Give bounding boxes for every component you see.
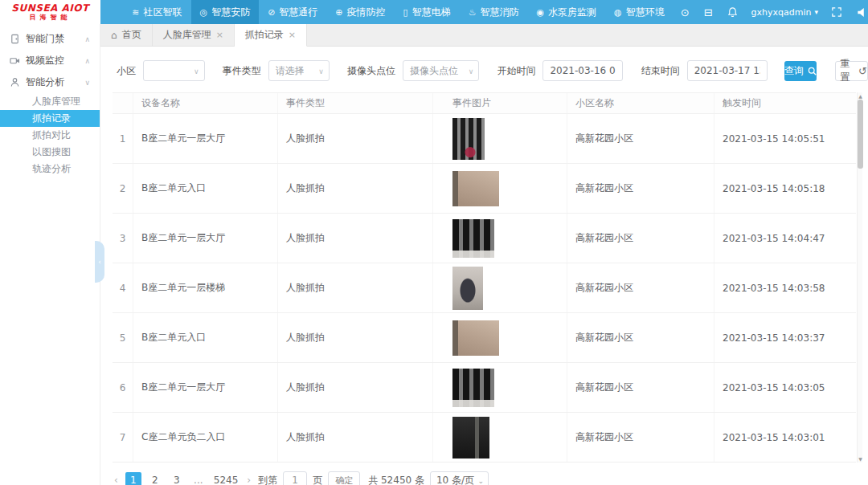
user-menu[interactable]: gxhyxqadmin ▾ [745, 7, 825, 18]
table-row[interactable]: 5 B座二单元入口 人脸抓拍 高新花园小区 2021-03-15 14:03:3… [113, 313, 856, 363]
table-row[interactable]: 3 B座二单元一层大厅 人脸抓拍 高新花园小区 2021-03-15 14:04… [113, 214, 856, 263]
person-icon [10, 77, 20, 88]
topnav-smart-fire[interactable]: ♨ 智慧消防 [460, 0, 528, 24]
table-row[interactable]: 4 B座二单元一层楼梯 人脸抓拍 高新花园小区 2021-03-15 14:03… [113, 263, 856, 313]
start-time-label: 开始时间 [497, 64, 535, 78]
sidebar-group-smart-analysis[interactable]: 智能分析 ∨ [0, 71, 100, 93]
reset-button[interactable]: 重置 ↺ [835, 61, 868, 81]
event-snapshot[interactable] [452, 267, 483, 310]
device-name: C座二单元负二入口 [133, 413, 278, 462]
event-image-cell [433, 164, 567, 213]
tab-home[interactable]: ⌂ 首页 [100, 24, 153, 46]
community-select[interactable]: ∨ [143, 60, 205, 81]
end-time-label: 结束时间 [641, 64, 680, 78]
event-snapshot[interactable] [452, 219, 494, 258]
event-snapshot[interactable] [452, 118, 485, 160]
col-community-name: 小区名称 [567, 93, 714, 113]
page-button-3[interactable]: 3 [169, 472, 185, 485]
event-snapshot[interactable] [452, 417, 489, 459]
page-ellipsis: ... [190, 472, 207, 485]
bell-icon[interactable] [720, 0, 745, 24]
row-index: 1 [113, 114, 133, 163]
end-time-input[interactable] [687, 60, 768, 81]
topnav-epidemic-control[interactable]: ⊕ 疫情防控 [326, 0, 394, 24]
sidebar-group-access-control[interactable]: 智能门禁 ∧ [0, 28, 100, 50]
scrollbar-thumb[interactable] [858, 100, 863, 169]
total-count-label: 共 52450 条 [368, 474, 424, 485]
topnav-pump-room[interactable]: ◉ 水泵房监测 [528, 0, 606, 24]
sidebar-item-capture-compare[interactable]: 抓拍对比 [0, 127, 100, 144]
chevron-down-icon: ∨ [194, 67, 199, 75]
query-button[interactable]: 查询 [784, 61, 817, 81]
sidebar-item-label: 抓拍记录 [32, 112, 71, 125]
sidebar-group-label: 视频监控 [26, 54, 64, 67]
row-index: 3 [113, 214, 133, 263]
sidebar-group-video-surveillance[interactable]: 视频监控 ∧ [0, 50, 100, 71]
page-button-1[interactable]: 1 [125, 472, 141, 485]
goto-page-input[interactable] [283, 471, 307, 485]
close-icon[interactable]: × [289, 30, 296, 40]
tab-face-library[interactable]: 人脸库管理 × [153, 24, 235, 46]
prev-page-button[interactable]: ‹ [113, 475, 120, 485]
row-index: 7 [113, 413, 133, 462]
page-size-select[interactable]: 10 条/页 ⌄ [430, 471, 489, 485]
sidebar-item-capture-records[interactable]: 抓拍记录 [0, 110, 100, 127]
table-row[interactable]: 7 C座二单元负二入口 人脸抓拍 高新花园小区 2021-03-15 14:03… [113, 413, 856, 463]
top-bar: SUNSEA AIOT 日海智能 ≋ 社区智联 ◎ 智慧安防 ⊘ 智慧通行 ⊕ … [0, 0, 868, 24]
trigger-time: 2021-03-15 14:05:18 [714, 164, 856, 213]
scroll-down-icon[interactable]: ▼ [858, 455, 863, 463]
next-page-button[interactable]: › [245, 475, 252, 485]
trigger-time: 2021-03-15 14:04:47 [714, 214, 856, 263]
topnav-smart-security[interactable]: ◎ 智慧安防 [191, 0, 260, 24]
tab-capture-records[interactable]: 抓拍记录 × [235, 24, 307, 47]
event-type-select[interactable]: 请选择 ∨ [268, 60, 330, 81]
tab-label: 人脸库管理 [163, 28, 211, 42]
camera-icon [10, 55, 20, 66]
topnav-smart-access[interactable]: ⊘ 智慧通行 [259, 0, 326, 24]
topnav-label: 智慧电梯 [412, 6, 451, 19]
target-icon[interactable]: ⊙ [674, 0, 697, 24]
fullscreen-icon[interactable] [825, 0, 849, 24]
close-icon[interactable]: × [216, 30, 223, 40]
sidebar-item-trajectory-analysis[interactable]: 轨迹分析 [0, 161, 100, 177]
table-row[interactable]: 2 B座二单元入口 人脸抓拍 高新花园小区 2021-03-15 14:05:1… [113, 164, 856, 214]
table-scrollbar[interactable]: ▲ ▼ [857, 92, 862, 463]
reset-button-label: 重置 [836, 57, 854, 84]
camera-select[interactable]: 摄像头点位 ∨ [403, 60, 479, 81]
community-name: 高新花园小区 [567, 363, 714, 412]
event-type: 人脸抓拍 [278, 413, 433, 462]
row-index: 6 [113, 363, 133, 412]
event-snapshot[interactable] [452, 171, 499, 206]
topnav-label: 智慧安防 [211, 6, 250, 19]
row-index: 4 [113, 263, 133, 312]
chevron-up-icon: ∧ [84, 57, 90, 65]
topnav-smart-environment[interactable]: ◍ 智慧环境 [605, 0, 674, 24]
goto-confirm-button[interactable]: 确定 [328, 471, 360, 485]
event-snapshot[interactable] [452, 369, 494, 407]
trigger-time: 2021-03-15 14:03:05 [714, 363, 856, 412]
username: gxhyxqadmin [751, 7, 812, 18]
page-button-2[interactable]: 2 [147, 472, 163, 485]
event-type: 人脸抓拍 [278, 214, 433, 263]
trigger-time: 2021-03-15 14:03:01 [714, 413, 856, 462]
start-time-input[interactable] [542, 60, 623, 81]
sidebar-item-image-search[interactable]: 以图搜图 [0, 144, 100, 161]
sidebar-item-face-library[interactable]: 人脸库管理 [0, 93, 100, 110]
event-type: 人脸抓拍 [278, 363, 433, 412]
col-index [113, 93, 133, 113]
page-button-last[interactable]: 5245 [212, 472, 240, 485]
event-image-cell [433, 214, 567, 263]
topnav-community-iot[interactable]: ≋ 社区智联 [123, 0, 190, 24]
event-snapshot[interactable] [452, 320, 499, 356]
tab-strip: ⌂ 首页 人脸库管理 × 抓拍记录 × [100, 24, 868, 47]
topnav-smart-elevator[interactable]: ▯ 智慧电梯 [395, 0, 460, 24]
table-row[interactable]: 1 B座二单元一层大厅 人脸抓拍 高新花园小区 2021-03-15 14:05… [113, 114, 856, 164]
message-card-icon[interactable]: ⊟ [697, 0, 720, 24]
device-name: B座二单元入口 [133, 313, 278, 362]
table-row[interactable]: 6 B座二单元一层大厅 人脸抓拍 高新花园小区 2021-03-15 14:03… [113, 363, 856, 413]
announcement-icon[interactable] [849, 0, 868, 24]
sidebar-collapse-handle[interactable]: ‹ [95, 241, 104, 283]
event-type-filter-label: 事件类型 [223, 64, 261, 78]
filter-bar: 小区 ∨ 事件类型 请选择 ∨ 摄像头点位 摄像头点位 ∨ 开始时间 结束时间 … [100, 47, 868, 81]
scroll-up-icon[interactable]: ▲ [858, 92, 863, 100]
